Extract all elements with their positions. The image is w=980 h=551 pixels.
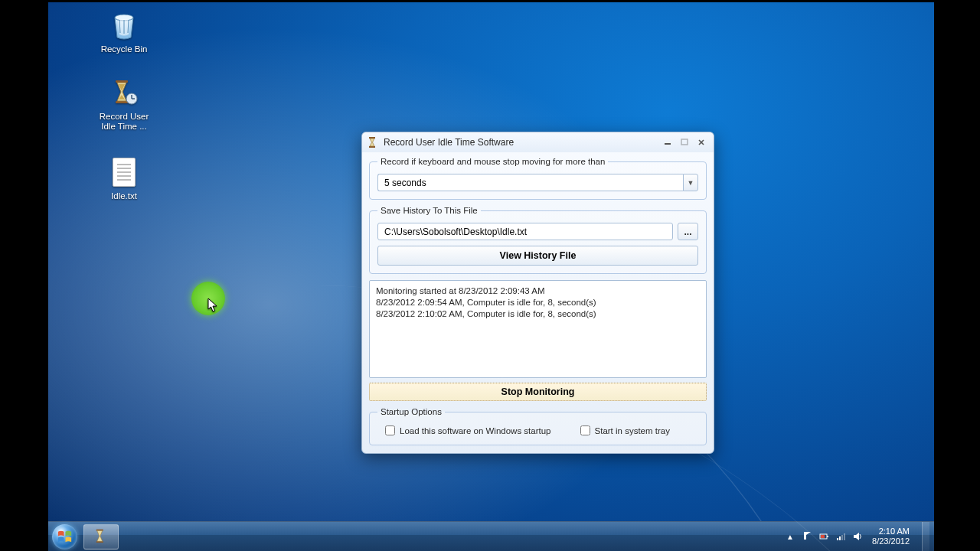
svg-rect-18	[837, 538, 838, 540]
svg-rect-20	[841, 535, 843, 540]
system-tray: ▲ 2:10 AM 8/23/2012	[780, 522, 934, 551]
svg-rect-17	[821, 535, 825, 538]
taskbar-item-app[interactable]	[83, 524, 119, 549]
textfile-icon	[107, 155, 141, 189]
windows-logo-icon	[52, 524, 77, 549]
threshold-group: Record if keyboard and mouse stop moving…	[369, 157, 707, 200]
tray-volume-icon[interactable]	[852, 531, 863, 542]
hourglass-icon	[107, 76, 141, 109]
threshold-legend: Record if keyboard and mouse stop moving…	[377, 157, 608, 166]
recycle-bin-icon	[107, 8, 141, 42]
app-icon	[367, 136, 379, 148]
checkbox-input[interactable]	[385, 425, 395, 435]
svg-rect-21	[844, 533, 845, 540]
chevron-down-icon[interactable]: ▼	[683, 174, 698, 191]
show-desktop-button[interactable]	[922, 522, 929, 552]
desktop-icon-recycle-bin[interactable]: Recycle Bin	[94, 8, 154, 54]
svg-rect-12	[96, 530, 103, 531]
close-button[interactable]	[694, 137, 709, 148]
taskbar: ▲ 2:10 AM 8/23/2012	[48, 521, 934, 551]
tray-network-icon[interactable]	[835, 531, 846, 542]
svg-rect-9	[681, 139, 688, 145]
tray-power-icon[interactable]	[818, 531, 829, 542]
cursor-arrow-icon	[207, 298, 218, 313]
desktop-icon-textfile[interactable]: Idle.txt	[94, 155, 154, 201]
desktop-icon-label: Record User Idle Time ...	[94, 112, 154, 132]
log-output: Monitoring started at 8/23/2012 2:09:43 …	[369, 280, 707, 378]
svg-rect-16	[827, 536, 828, 537]
desktop: Recycle Bin Record User Idle Time ... Id…	[48, 2, 934, 551]
savefile-group: Save History To This File ... View Histo…	[369, 206, 707, 274]
savefile-path-input[interactable]	[377, 223, 673, 240]
stop-monitoring-button[interactable]: Stop Monitoring	[369, 383, 707, 401]
hourglass-icon	[93, 528, 109, 545]
startup-group: Startup Options Load this software on Wi…	[369, 407, 707, 445]
clock-time: 2:10 AM	[872, 527, 910, 536]
checkbox-label: Start in system tray	[595, 426, 670, 435]
clock-date: 8/23/2012	[872, 536, 910, 546]
start-button[interactable]	[48, 522, 80, 552]
svg-rect-19	[839, 536, 841, 540]
desktop-icon-label: Idle.txt	[94, 191, 154, 201]
startup-legend: Startup Options	[377, 407, 445, 416]
startup-tray-checkbox[interactable]: Start in system tray	[580, 425, 670, 435]
svg-rect-13	[96, 541, 103, 543]
tray-action-center-icon[interactable]	[802, 531, 812, 542]
checkbox-label: Load this software on Windows startup	[400, 426, 551, 435]
threshold-combobox[interactable]: ▼	[377, 174, 698, 191]
svg-rect-14	[804, 532, 806, 540]
browse-button[interactable]: ...	[678, 223, 698, 240]
startup-load-checkbox[interactable]: Load this software on Windows startup	[385, 425, 551, 435]
minimize-button[interactable]	[660, 137, 675, 148]
checkbox-input[interactable]	[580, 425, 590, 435]
maximize-button	[677, 137, 692, 148]
app-window: Record User Idle Time Software Record if…	[361, 132, 714, 454]
tray-show-hidden-icon[interactable]: ▲	[785, 531, 795, 542]
desktop-icon-app-shortcut[interactable]: Record User Idle Time ...	[94, 76, 154, 132]
desktop-icon-label: Recycle Bin	[94, 44, 154, 54]
window-title: Record User Idle Time Software	[384, 137, 658, 148]
threshold-value[interactable]	[377, 174, 683, 191]
titlebar[interactable]: Record User Idle Time Software	[362, 132, 714, 152]
view-history-button[interactable]: View History File	[377, 246, 698, 266]
savefile-legend: Save History To This File	[377, 206, 481, 215]
taskbar-clock[interactable]: 2:10 AM 8/23/2012	[869, 527, 913, 546]
